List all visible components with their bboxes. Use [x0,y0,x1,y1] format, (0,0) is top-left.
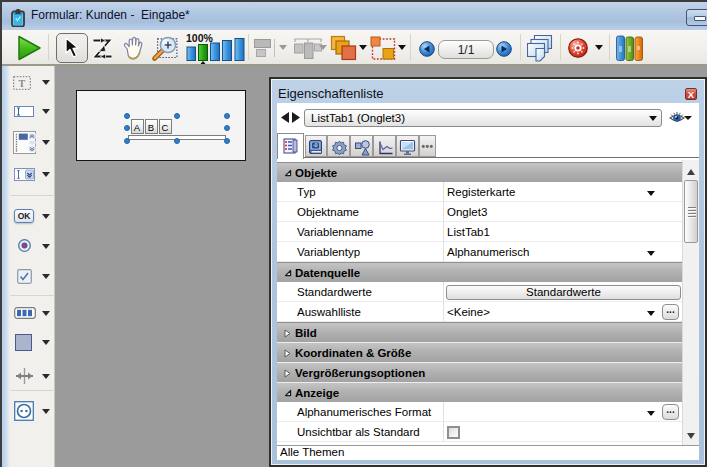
svg-text:-0: -0 [313,143,317,148]
svg-text:T: T [19,78,26,89]
